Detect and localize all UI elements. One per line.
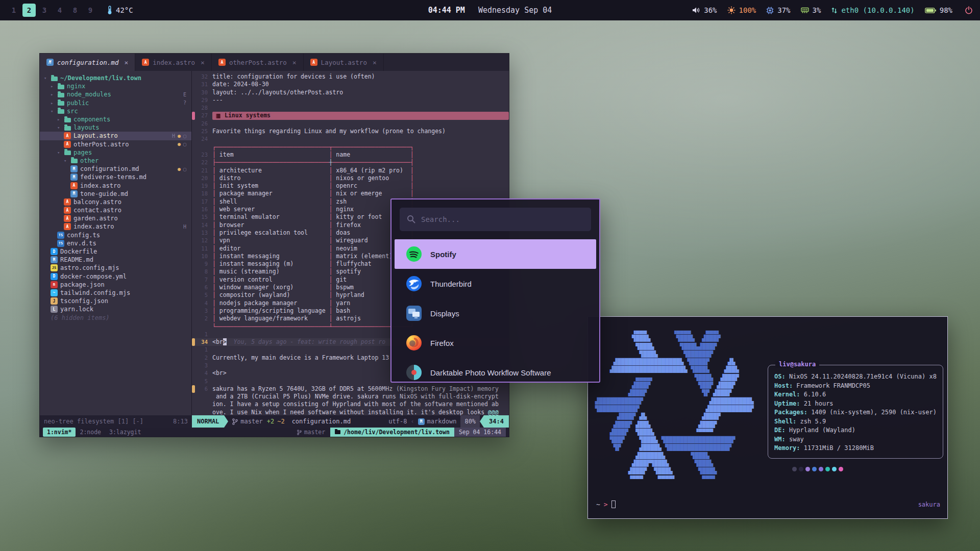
tree-item-index.astro[interactable]: Aindex.astro: [40, 181, 191, 189]
tree-item-nginx[interactable]: ▸nginx: [40, 82, 191, 90]
battery-icon: [925, 8, 936, 13]
tab-configuration.md[interactable]: Mconfiguration.md×: [40, 54, 135, 71]
close-tab-icon[interactable]: ×: [373, 59, 377, 66]
shell-prompt[interactable]: ~ >: [596, 500, 616, 508]
tree-item-docker-compose.yml[interactable]: Ddocker-compose.yml: [40, 272, 191, 281]
nixos-logo: ▗▄▄▄ ▗▄▄▄▄ ▄▄▄▖ ▜███▙ ▜███▙ ▟███▛ ▜███▙ …: [595, 327, 754, 483]
workspace-1[interactable]: 1: [7, 4, 20, 17]
tree-item-layout.astro[interactable]: ALayout.astroH●▢: [40, 132, 191, 140]
statusline-branch: master: [240, 418, 262, 425]
ethernet-icon: [831, 7, 838, 14]
workspace-9[interactable]: 9: [84, 4, 97, 17]
fetch-line-host: Host: Framework FRANMDCP05: [774, 382, 937, 391]
tree-item-layouts[interactable]: ▾layouts: [40, 123, 191, 132]
tree-item-fediverse-terms.md[interactable]: Mfediverse-terms.md: [40, 173, 191, 181]
brightness-icon: [727, 6, 736, 14]
search-input[interactable]: [400, 208, 591, 231]
terminal-window[interactable]: ▗▄▄▄ ▗▄▄▄▄ ▄▄▄▖ ▜███▙ ▜███▙ ▟███▛ ▜███▙ …: [587, 316, 948, 519]
md-file-icon: M: [46, 59, 54, 66]
buffer-line: 31date: 2024-08-30: [192, 81, 509, 88]
tree-item-garden.astro[interactable]: Agarden.astro: [40, 214, 191, 222]
filetype-label: markdown: [427, 418, 457, 425]
tab-layout.astro[interactable]: ALayout.astro×: [304, 54, 384, 71]
tree-item-index.astro[interactable]: Aindex.astroH: [40, 222, 191, 231]
tree-item-src[interactable]: ▾src: [40, 107, 191, 115]
tree-item-config.ts[interactable]: TSconfig.ts: [40, 231, 191, 239]
tmux-window-1-nvim[interactable]: 1:nvim*: [43, 428, 76, 437]
palette-dot-0: [792, 467, 797, 471]
memory-value: 3%: [813, 6, 821, 14]
tree-item-pages[interactable]: ▾pages: [40, 148, 191, 157]
tree-item-env.d.ts[interactable]: TSenv.d.ts: [40, 239, 191, 247]
tmux-session-name: sakura: [918, 501, 940, 508]
fetch-line-wm: WM: sway: [774, 435, 937, 444]
tab-index.astro[interactable]: Aindex.astro×: [135, 54, 212, 71]
tree-item-development-liv.town[interactable]: ▾~/Development/liv.town: [40, 74, 191, 82]
buffer-line: 32title: configuration for devices i use…: [192, 73, 509, 81]
buffer-line: 24: [192, 135, 509, 143]
launcher-item-spotify[interactable]: Spotify: [395, 239, 596, 269]
launcher-item-firefox[interactable]: Firefox: [395, 328, 596, 358]
power-button[interactable]: [965, 6, 973, 14]
buffer-line: ion. I have a setup consisting of Hyprla…: [192, 400, 509, 408]
tree-item-public[interactable]: ▸public?: [40, 99, 191, 107]
battery-module: 98%: [925, 6, 952, 14]
status-bar: 123489 42°C 04:44 PM Wednesday Sep 04 36…: [0, 0, 980, 20]
tab-otherpost.astro[interactable]: AotherPost.astro×: [212, 54, 304, 71]
thermometer-icon: [107, 6, 112, 15]
docker-file-icon: D: [51, 273, 58, 280]
tree-item-label: otherPost.astro: [74, 141, 129, 148]
tmux-window-3-lazygit[interactable]: 3:lazygit: [105, 428, 145, 437]
workspace-8[interactable]: 8: [68, 4, 82, 17]
brightness-module[interactable]: 100%: [727, 6, 756, 14]
tree-item-balcony.astro[interactable]: Abalcony.astro: [40, 198, 191, 206]
system-info: liv@sakura OS: NixOS 24.11.20240828.71e9…: [768, 365, 943, 471]
folder-icon: [58, 93, 64, 97]
tree-item-yarn.lock[interactable]: Lyarn.lock: [40, 305, 191, 313]
launcher-item-thunderbird[interactable]: Thunderbird: [395, 269, 596, 298]
tree-item-readme.md[interactable]: MREADME.md: [40, 256, 191, 264]
tree-item-package.json[interactable]: npackage.json: [40, 281, 191, 289]
chevron-icon: ▾: [44, 76, 48, 81]
close-tab-icon[interactable]: ×: [292, 59, 297, 66]
tree-item-6-hidden-items[interactable]: (6 hidden items): [40, 313, 191, 321]
tree-item-label: tone-guide.md: [80, 190, 128, 197]
fetch-line-shell: Shell: zsh 5.9: [774, 417, 937, 427]
workspace-4[interactable]: 4: [53, 4, 66, 17]
npm-file-icon: n: [51, 281, 58, 288]
tab-label: index.astro: [153, 59, 195, 66]
json-file-icon: J: [51, 297, 58, 305]
palette-dot-2: [805, 467, 810, 471]
tree-item-configuration.md[interactable]: Mconfiguration.md●▢: [40, 165, 191, 173]
astro-file-icon: A: [218, 59, 226, 66]
neotree-statusline: neo-tree filesystem [1] [-] 8:13: [40, 418, 192, 425]
close-tab-icon[interactable]: ×: [201, 59, 205, 66]
tmux-window-2-node[interactable]: 2:node: [76, 428, 105, 437]
network-module[interactable]: eth0 (10.0.0.140): [831, 6, 914, 14]
tree-item-contact.astro[interactable]: Acontact.astro: [40, 206, 191, 214]
tree-item-dockerfile[interactable]: DDockerfile: [40, 247, 191, 256]
tree-item-other[interactable]: ▾other: [40, 157, 191, 165]
ts-file-icon: TS: [57, 232, 64, 239]
chevron-icon: ▾: [57, 125, 62, 130]
tree-item-label: src: [67, 108, 78, 115]
tree-item-astro.config.mjs[interactable]: JSastro.config.mjs: [40, 264, 191, 272]
tree-item-tailwind.config.mjs[interactable]: ~tailwind.config.mjs: [40, 289, 191, 297]
workspace-3[interactable]: 3: [38, 4, 51, 17]
folder-icon: [71, 159, 78, 163]
close-tab-icon[interactable]: ×: [124, 59, 128, 66]
tree-item-node-modules[interactable]: ▸node_modulesE: [40, 90, 191, 98]
tree-item-otherpost.astro[interactable]: AotherPost.astro●▢: [40, 140, 191, 148]
tree-item-tone-guide.md[interactable]: Mtone-guide.md: [40, 190, 191, 198]
buffer-line: 6sakura has a Ryzen 5 7640U, 32GB of DDR…: [192, 385, 509, 393]
git-branch-icon: [297, 430, 302, 435]
workspace-2[interactable]: 2: [22, 4, 36, 17]
launcher-item-darktable-photo-workflow-software[interactable]: Darktable Photo Workflow Software: [395, 358, 596, 383]
launcher-item-displays[interactable]: Displays: [395, 298, 596, 328]
tree-item-label: public: [67, 99, 89, 107]
volume-module[interactable]: 36%: [692, 6, 717, 14]
tree-item-tsconfig.json[interactable]: Jtsconfig.json: [40, 297, 191, 305]
folder-icon: [64, 126, 71, 131]
clock-module: 04:44 PM Wednesday Sep 04: [428, 6, 552, 15]
tree-item-components[interactable]: ▸components: [40, 115, 191, 123]
